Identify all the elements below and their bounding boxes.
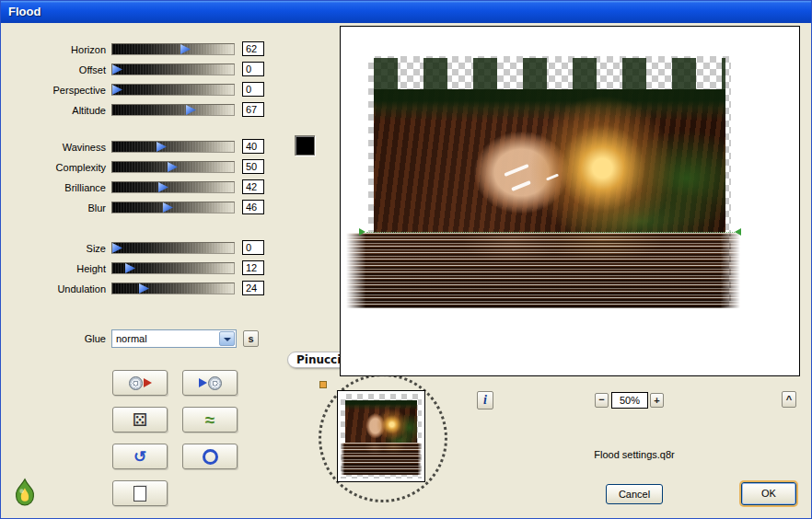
circle-icon: [203, 449, 218, 465]
face-paint-stripe: [505, 164, 529, 177]
slider-track[interactable]: [111, 104, 235, 116]
undo-arrow-icon: ↺: [133, 449, 146, 465]
ring-marker-dot[interactable]: [319, 381, 327, 388]
glue-select[interactable]: normal: [111, 329, 237, 348]
thumbnail-image: [341, 394, 422, 479]
slider-value-input[interactable]: [242, 179, 264, 194]
slider-row-undulation: Undulation: [1, 281, 277, 299]
slider-row-complexity: Complexity: [1, 159, 277, 178]
slider-label: Height: [1, 263, 106, 274]
slider-value-input[interactable]: [242, 82, 264, 97]
slider-thumb[interactable]: [168, 162, 178, 172]
slider-thumb[interactable]: [163, 202, 173, 213]
red-arrow-icon: [144, 378, 152, 387]
slider-label: Complexity: [1, 162, 106, 173]
slider-row-altitude: Altitude: [1, 102, 277, 121]
randomize-button[interactable]: ⚄: [112, 407, 168, 432]
page-icon: [133, 486, 146, 502]
slider-thumb[interactable]: [112, 64, 122, 75]
blue-arrow-icon: [199, 378, 207, 387]
slider-value-input[interactable]: [242, 41, 264, 56]
cancel-button[interactable]: Cancel: [606, 484, 663, 504]
chevron-down-icon[interactable]: [219, 331, 235, 346]
glue-cycle-button[interactable]: s: [243, 330, 259, 347]
slider-track[interactable]: [111, 161, 235, 173]
slider-label: Size: [1, 243, 106, 254]
wave-preset-button[interactable]: ≈: [182, 407, 238, 432]
slider-value-input[interactable]: [242, 62, 264, 76]
caret-button[interactable]: ^: [782, 391, 796, 408]
slider-track[interactable]: [111, 141, 235, 153]
copy-page-button[interactable]: [112, 480, 168, 506]
slider-value-input[interactable]: [242, 260, 264, 275]
stepped-edge: [374, 58, 725, 91]
slider-row-offset: Offset: [1, 62, 277, 80]
slider-row-brilliance: Brilliance: [1, 179, 277, 198]
reset-circle-button[interactable]: [182, 444, 238, 469]
preview-image: [374, 89, 725, 233]
slider-thumb[interactable]: [112, 85, 122, 95]
slider-thumb[interactable]: [139, 283, 149, 294]
slider-thumb[interactable]: [158, 182, 168, 192]
slider-label: Waviness: [1, 142, 106, 153]
slider-track[interactable]: [111, 283, 235, 294]
preview-pane[interactable]: [340, 26, 800, 376]
cd-icon: [129, 376, 143, 390]
waterline-handle-left[interactable]: [359, 228, 365, 236]
ok-button[interactable]: OK: [741, 482, 796, 505]
settings-filename: Flood settings.q8r: [542, 449, 726, 460]
glue-label: Glue: [1, 333, 106, 344]
slider-thumb[interactable]: [125, 263, 135, 273]
dice-icon: ⚄: [133, 411, 148, 429]
cd-icon: [208, 376, 222, 390]
zoom-level[interactable]: 50%: [611, 392, 648, 409]
flood-reflection: [346, 233, 740, 308]
slider-row-blur: Blur: [1, 200, 277, 218]
slider-thumb[interactable]: [157, 142, 167, 152]
slider-track[interactable]: [111, 242, 235, 254]
info-button[interactable]: i: [477, 391, 493, 409]
glue-selected-value: normal: [116, 333, 147, 344]
slider-label: Horizon: [1, 44, 106, 55]
window-title: Flood: [8, 5, 41, 18]
slider-label: Brilliance: [1, 182, 106, 193]
preview-thumbnail[interactable]: [337, 390, 425, 482]
slider-track[interactable]: [111, 202, 235, 213]
slider-label: Blur: [1, 202, 106, 213]
face-paint-stripe: [511, 180, 531, 191]
zoom-out-button[interactable]: −: [595, 393, 609, 408]
save-settings-button[interactable]: [182, 370, 238, 396]
waterline-guide[interactable]: [366, 232, 738, 233]
slider-value-input[interactable]: [242, 281, 264, 295]
undo-button[interactable]: ↺: [112, 444, 168, 469]
slider-label: Offset: [1, 64, 106, 75]
slider-thumb[interactable]: [180, 44, 191, 54]
slider-track[interactable]: [111, 262, 235, 274]
slider-track[interactable]: [111, 43, 235, 55]
slider-value-input[interactable]: [242, 240, 264, 255]
slider-row-waviness: Waviness: [1, 139, 277, 157]
title-bar[interactable]: Flood: [1, 1, 811, 23]
slider-row-horizon: Horizon: [1, 41, 277, 60]
slider-track[interactable]: [111, 63, 235, 75]
color-swatch[interactable]: [295, 135, 315, 156]
slider-value-input[interactable]: [242, 102, 264, 117]
slider-value-input[interactable]: [242, 200, 264, 214]
slider-thumb[interactable]: [186, 105, 196, 115]
slider-track[interactable]: [111, 181, 235, 193]
slider-row-size: Size: [1, 240, 277, 259]
face-paint-stripe: [546, 173, 559, 180]
waterline-handle-right[interactable]: [735, 228, 741, 236]
slider-label: Undulation: [1, 283, 106, 294]
slider-thumb[interactable]: [112, 243, 122, 253]
flaming-pear-logo-icon[interactable]: [12, 478, 38, 509]
load-settings-button[interactable]: [112, 370, 168, 396]
flood-dialog: Flood Horizon Offset Perspective Altitud…: [0, 0, 812, 519]
slider-value-input[interactable]: [242, 159, 264, 174]
slider-track[interactable]: [111, 84, 235, 96]
slider-value-input[interactable]: [242, 139, 264, 154]
slider-row-height: Height: [1, 260, 277, 279]
wave-icon: ≈: [205, 411, 215, 429]
zoom-in-button[interactable]: +: [650, 393, 664, 408]
slider-label: Perspective: [1, 85, 106, 96]
